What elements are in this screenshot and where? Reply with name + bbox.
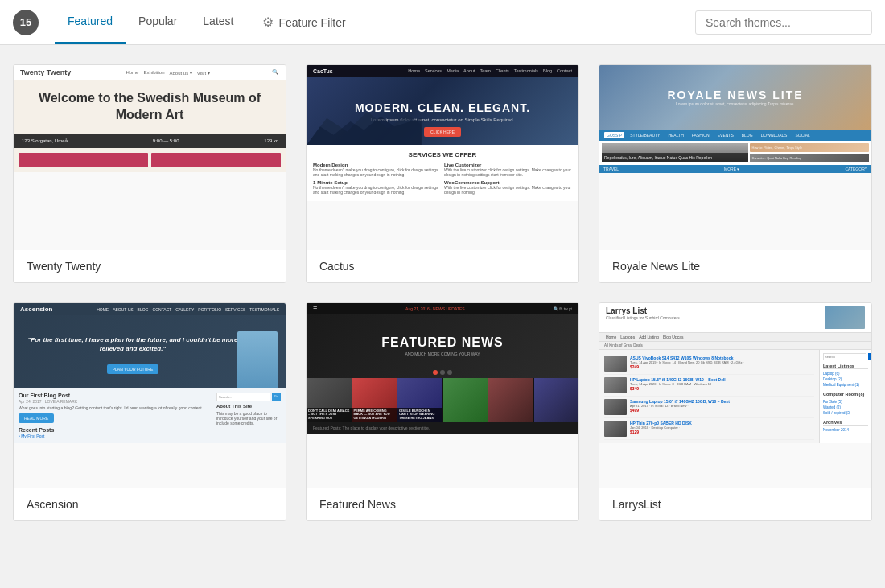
fn-hero: FEATURED NEWS AND MUCH MORE COMING YOUR … (307, 314, 578, 378)
listing-img (604, 399, 627, 415)
tab-featured[interactable]: Featured (55, 0, 126, 44)
tt-site-name: Twenty Twenty (20, 68, 71, 76)
fn-thumb-3: GISELE BÜNDCHEN CAN'T STOP WEARING THESE… (397, 378, 442, 422)
asc-hero: "For the first time, I have a plan for t… (14, 315, 286, 388)
ll-body: ASUS VivoBook S14 S412 W10S Windows 8 No… (599, 350, 871, 443)
list-item: Samsung Laptop 15.6" i7 140GHZ 16GB, W10… (604, 397, 814, 418)
fn-thumb-6 (534, 378, 579, 422)
ll-header: Larrys List Classified Listings for Sunb… (599, 303, 871, 333)
royale-main-caption: Repellendus, Iure, Aliquam, Itaque Natus… (602, 153, 748, 162)
theme-name-larrys: LarrysList (599, 488, 871, 520)
asc-cta-btn: PLAN YOUR FUTURE (107, 364, 158, 374)
theme-preview-ascension: Ascension HOMEABOUT USBLOGCONTACTGALLERY… (14, 303, 286, 488)
fn-thumb-1: DON'T CALL DEMI A BACK – BUT THE'S JUST … (307, 378, 352, 422)
list-item: ASUS VivoBook S14 S412 W10S Windows 8 No… (604, 353, 814, 375)
search-input[interactable] (695, 10, 872, 35)
theme-card-royale[interactable]: ROYALE NEWS LITE Lorem ipsum dolor sit a… (599, 64, 872, 283)
fn-footer: Featured Posts: The place to display you… (307, 422, 578, 434)
theme-card-cactus[interactable]: CacTus HomeServicesMediaAboutTeamClients… (306, 64, 579, 283)
theme-card-featured-news[interactable]: ☰ Aug 21, 2016 · NEWS UPDATES 🔍 fb tw yt… (306, 302, 579, 521)
listing-img (604, 377, 627, 393)
royale-sidebar-img-2: Curabitur: Quat Nulla Kep Reading (750, 154, 870, 162)
royale-content: Repellendus, Iure, Aliquam, Itaque Natus… (599, 141, 871, 165)
ll-sidebar-section-2: Computer Room (8) For Sale (5) Wanted (2… (823, 392, 868, 416)
ll-sidebar-section-1: Latest Listings Laptop (6) Desktop (2) M… (823, 364, 868, 388)
theme-preview-featured-news: ☰ Aug 21, 2016 · NEWS UPDATES 🔍 fb tw yt… (307, 303, 578, 488)
royale-main-img: Repellendus, Iure, Aliquam, Itaque Natus… (602, 143, 748, 162)
fn-hero-headline: FEATURED NEWS (381, 335, 503, 350)
tt-red-blocks (14, 148, 286, 172)
theme-count-badge: 15 (13, 10, 39, 35)
asc-sidebar: Go About This Site This may be a good pl… (216, 393, 281, 438)
cactus-services-title: SERVICES WE OFFER (313, 151, 572, 158)
tt-hero-text: Welcome to the Swedish Museum of Modern … (23, 90, 276, 124)
fn-thumbnails: DON'T CALL DEMI A BACK – BUT THE'S JUST … (307, 378, 578, 422)
asc-hero-text: "For the first time, I have a plan for t… (20, 329, 245, 360)
ll-main: ASUS VivoBook S14 S412 W10S Windows 8 No… (599, 350, 819, 443)
fn-thumb-4 (443, 378, 488, 422)
feature-filter-button[interactable]: ⚙ Feature Filter (249, 14, 358, 30)
ll-tagline: Classified Listings for Sunbird Computer… (606, 315, 680, 320)
theme-card-larrys[interactable]: Larrys List Classified Listings for Sunb… (599, 302, 872, 521)
royale-nav: GOSSIP STYLE/BEAUTY HEALTH FASHION EVENT… (599, 130, 871, 141)
tt-dark-section: 123 Storgatan, Umeå 9:00 — 5:00 129 kr (14, 134, 286, 148)
tab-latest[interactable]: Latest (190, 0, 246, 44)
royale-footer-bar: TRAVEL MORE ▾ CATEGORY (599, 165, 871, 173)
ll-brand: Larrys List (606, 306, 680, 315)
cactus-services-grid: Modern Design No theme doesn't make you … (313, 162, 572, 195)
cactus-services: SERVICES WE OFFER Modern Design No theme… (307, 145, 578, 201)
search-wrap (695, 10, 872, 35)
cactus-nav: CacTus HomeServicesMediaAboutTeamClients… (307, 65, 578, 77)
theme-name-twenty-twenty: Twenty Twenty (14, 250, 286, 282)
gear-icon: ⚙ (262, 14, 274, 30)
ll-sidebar-section-3: Archives November 2014 (823, 420, 868, 433)
royale-title-overlay: ROYALE NEWS LITE Lorem ipsum dolor sit a… (667, 88, 803, 106)
ll-nav: HomeLaptopsAdd ListingBlog Upcas (599, 333, 871, 342)
cactus-hero: MODERN. CLEAN. ELEGANT. Lorem ipsum dolo… (307, 77, 578, 145)
tt-icons: ⋯ 🔍 (265, 69, 279, 76)
themes-grid: Twenty Twenty HomeExhibitionAbout us ▾Vi… (0, 45, 885, 541)
royale-sidebar-img-1: How to: Flirted, Chanel, Tings Style (750, 143, 870, 152)
list-item: HP Thin 270-p0 SABER HD DISK Jan 04, 201… (604, 418, 814, 440)
asc-nav: Ascension HOMEABOUT USBLOGCONTACTGALLERY… (14, 303, 286, 315)
tt-nav: HomeExhibitionAbout us ▾Visit ▾ (126, 70, 209, 76)
theme-preview-cactus: CacTus HomeServicesMediaAboutTeamClients… (307, 65, 578, 250)
theme-card-ascension[interactable]: Ascension HOMEABOUT USBLOGCONTACTGALLERY… (13, 302, 286, 521)
theme-preview-royale: ROYALE NEWS LITE Lorem ipsum dolor sit a… (599, 65, 871, 250)
list-item: HP Laptop 15.6" i5 140GHZ 16GB, W10 – Be… (604, 375, 814, 397)
theme-name-cactus: Cactus (307, 250, 578, 282)
listing-img (604, 356, 627, 372)
theme-name-royale: Royale News Lite (599, 250, 871, 282)
fn-thumb-2: PERMS ARE COMING BACK — BUT ARE YOU GETT… (352, 378, 397, 422)
tab-popular[interactable]: Popular (126, 0, 190, 44)
theme-name-ascension: Ascension (14, 488, 286, 520)
cactus-btn: CLICK HERE (424, 127, 461, 137)
top-bar: 15 Featured Popular Latest ⚙ Feature Fil… (0, 0, 885, 45)
theme-name-featured-news: Featured News (307, 488, 578, 520)
asc-posts: Our First Blog Post Apr 24, 2017 · LOVE … (19, 393, 212, 438)
theme-preview-twenty-twenty: Twenty Twenty HomeExhibitionAbout us ▾Vi… (14, 65, 286, 250)
fn-header: ☰ Aug 21, 2016 · NEWS UPDATES 🔍 fb tw yt (307, 303, 578, 314)
theme-card-twenty-twenty[interactable]: Twenty Twenty HomeExhibitionAbout us ▾Vi… (13, 64, 286, 283)
asc-content: Our First Blog Post Apr 24, 2017 · LOVE … (14, 388, 286, 443)
ll-sidebar: Go Latest Listings Laptop (6) Desktop (2… (819, 350, 871, 443)
feature-filter-label: Feature Filter (278, 16, 345, 29)
royale-hero-img: ROYALE NEWS LITE Lorem ipsum dolor sit a… (599, 65, 871, 130)
royale-sidebar: How to: Flirted, Chanel, Tings Style Cur… (750, 143, 870, 162)
nav-tabs: Featured Popular Latest (55, 0, 246, 44)
listing-img (604, 421, 627, 437)
theme-preview-larrys: Larrys List Classified Listings for Sunb… (599, 303, 871, 488)
fn-thumb-5 (488, 378, 533, 422)
